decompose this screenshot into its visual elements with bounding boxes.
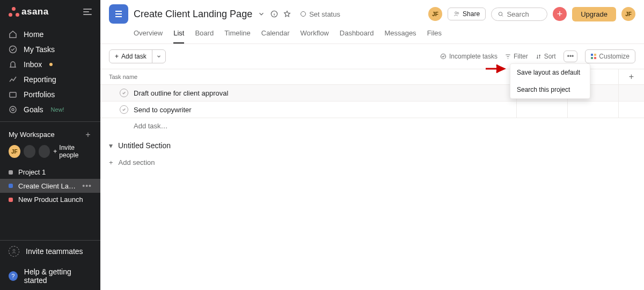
svg-point-6: [455, 12, 457, 14]
invite-teammates-button[interactable]: Invite teammates: [0, 241, 100, 262]
collapse-sidebar-icon[interactable]: [83, 9, 92, 15]
set-status-label: Set status: [309, 10, 340, 18]
global-add-button[interactable]: +: [553, 7, 567, 21]
plus-icon: +: [53, 148, 57, 155]
annotation-arrow-icon: [486, 63, 507, 74]
folder-icon: [9, 90, 17, 99]
set-status-button[interactable]: Set status: [301, 10, 340, 18]
tab-dashboard[interactable]: Dashboard: [340, 26, 374, 44]
more-icon: •••: [567, 53, 574, 60]
notification-dot-icon: [49, 63, 53, 66]
upgrade-button[interactable]: Upgrade: [572, 7, 616, 21]
tab-board[interactable]: Board: [195, 26, 214, 44]
add-task-inline[interactable]: Add task…: [100, 118, 644, 134]
project-color-icon: [9, 198, 13, 202]
column-task-name[interactable]: Task name: [100, 69, 516, 84]
add-section-button[interactable]: + Add section: [100, 153, 644, 172]
task-name[interactable]: Send to copywriter: [134, 106, 192, 114]
asana-logo-icon: [9, 7, 19, 17]
main-content: Create Client Landing Page Set status JF…: [100, 0, 644, 290]
tab-timeline[interactable]: Timeline: [224, 26, 251, 44]
svg-point-4: [13, 249, 15, 251]
svg-point-3: [12, 108, 14, 111]
menu-search-project[interactable]: Search this project: [510, 81, 590, 98]
tab-workflow[interactable]: Workflow: [301, 26, 329, 44]
section-title[interactable]: Untitled Section: [118, 141, 171, 150]
people-icon: [453, 11, 460, 17]
sidebar-project[interactable]: Create Client Landin… •••: [0, 179, 100, 193]
tab-list[interactable]: List: [173, 26, 184, 44]
tab-calendar[interactable]: Calendar: [261, 26, 290, 44]
filter-button[interactable]: Filter: [505, 53, 528, 60]
check-circle-icon: [9, 45, 17, 54]
complete-task-checkbox[interactable]: [120, 89, 128, 97]
help-button[interactable]: ? Help & getting started: [0, 262, 100, 290]
add-task-button: + Add task: [109, 49, 166, 63]
project-icon[interactable]: [109, 4, 128, 24]
add-project-icon[interactable]: +: [84, 131, 92, 139]
task-cell-extra: [618, 85, 644, 101]
sort-button[interactable]: Sort: [536, 53, 556, 60]
nav-my-tasks[interactable]: My Tasks: [0, 42, 100, 57]
nav-reporting[interactable]: Reporting: [0, 72, 100, 87]
task-cell-due[interactable]: [567, 102, 618, 118]
sort-icon: [536, 54, 541, 60]
project-title[interactable]: Create Client Landing Page: [134, 9, 252, 20]
project-name: New Product Launch: [18, 195, 92, 204]
invite-people-link[interactable]: + Invite people: [53, 144, 92, 159]
chevron-down-icon[interactable]: [258, 10, 265, 18]
share-button[interactable]: Share: [448, 8, 486, 20]
project-header: Create Client Landing Page Set status JF…: [100, 0, 644, 44]
nav-goals[interactable]: Goals New!: [0, 102, 100, 117]
more-options-button[interactable]: •••: [564, 50, 578, 62]
sidebar-project[interactable]: Project 1: [0, 165, 100, 179]
nav-label: Inbox: [24, 60, 42, 69]
add-task-label: Add task: [121, 53, 147, 60]
nav-label: Goals: [24, 105, 43, 114]
task-name[interactable]: Draft outline for client approval: [134, 89, 228, 97]
sort-label: Sort: [544, 53, 556, 60]
plus-icon: +: [115, 53, 119, 60]
section-header[interactable]: ▾ Untitled Section: [100, 134, 644, 153]
add-task-main[interactable]: + Add task: [109, 50, 152, 63]
new-badge: New!: [51, 106, 64, 113]
nav-home[interactable]: Home: [0, 27, 100, 42]
task-cell-assignee[interactable]: [516, 102, 567, 118]
add-task-dropdown[interactable]: [152, 50, 165, 63]
customize-button[interactable]: Customize: [585, 49, 635, 63]
complete-task-checkbox[interactable]: [120, 105, 128, 114]
user-avatar[interactable]: JF: [621, 7, 635, 21]
add-column-button[interactable]: +: [618, 69, 644, 84]
sidebar: asana Home My Tasks Inbox Reporting Port…: [0, 0, 100, 290]
star-icon[interactable]: [283, 10, 291, 18]
task-cell-extra: [618, 102, 644, 118]
grid-icon: [591, 54, 596, 59]
menu-save-layout[interactable]: Save layout as default: [510, 64, 590, 81]
project-name: Create Client Landin…: [18, 182, 77, 190]
asana-logo[interactable]: asana: [9, 6, 49, 17]
tab-overview[interactable]: Overview: [134, 26, 163, 44]
avatar[interactable]: JF: [9, 145, 20, 158]
target-icon: [9, 105, 17, 114]
info-icon[interactable]: [270, 10, 278, 18]
nav-portfolios[interactable]: Portfolios: [0, 87, 100, 102]
tab-files[interactable]: Files: [427, 26, 442, 44]
svg-point-2: [10, 106, 16, 113]
search-box[interactable]: [491, 8, 547, 21]
help-label: Help & getting started: [24, 267, 92, 285]
task-row[interactable]: Send to copywriter: [100, 102, 644, 118]
nav-inbox[interactable]: Inbox: [0, 57, 100, 72]
search-input[interactable]: [507, 10, 540, 18]
incomplete-tasks-filter[interactable]: Incomplete tasks: [440, 53, 497, 60]
plus-icon: +: [109, 158, 113, 166]
svg-point-7: [457, 12, 459, 14]
svg-point-8: [499, 12, 502, 15]
project-more-icon[interactable]: •••: [82, 182, 92, 190]
team-icon: [9, 246, 19, 257]
project-name: Project 1: [18, 168, 92, 176]
workspace-title[interactable]: My Workspace: [9, 130, 55, 139]
caret-down-icon[interactable]: ▾: [109, 141, 113, 150]
sidebar-project[interactable]: New Product Launch: [0, 193, 100, 206]
member-avatar[interactable]: JF: [428, 7, 442, 21]
tab-messages[interactable]: Messages: [384, 26, 416, 44]
